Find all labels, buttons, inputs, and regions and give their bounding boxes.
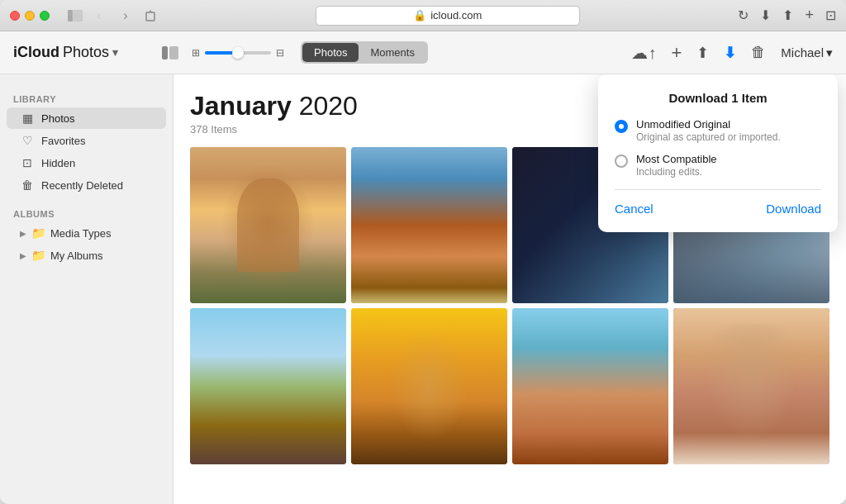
sidebar-item-recently-deleted-label: Recently Deleted bbox=[41, 179, 123, 192]
sidebar-item-my-albums-label: My Albums bbox=[50, 250, 103, 262]
user-chevron: ▾ bbox=[826, 45, 833, 60]
sidebar-item-recently-deleted[interactable]: 🗑 Recently Deleted bbox=[7, 174, 166, 196]
sidebar-item-hidden-label: Hidden bbox=[41, 157, 75, 169]
sidebar-item-media-types-label: Media Types bbox=[50, 227, 111, 240]
user-name: Michael bbox=[781, 45, 824, 59]
app-title: iCloud Photos ▾ bbox=[13, 44, 145, 61]
radio-unmodified-inner bbox=[619, 124, 624, 129]
close-button[interactable] bbox=[10, 11, 20, 21]
title-bar: ‹ › 🔒 icloud.com ↻ ⬇ ⬆ + ⊡ bbox=[0, 0, 846, 31]
albums-section-label: Albums bbox=[0, 209, 173, 219]
sidebar-item-photos[interactable]: ▦ Photos bbox=[7, 107, 166, 129]
radio-compatible[interactable] bbox=[615, 155, 628, 168]
popup-divider bbox=[615, 189, 821, 190]
toolbar-center: ⊞ ⊟ Photos Moments bbox=[145, 41, 631, 64]
svg-rect-0 bbox=[68, 10, 73, 21]
download-button[interactable]: Download bbox=[766, 202, 821, 216]
photo-cell-7[interactable] bbox=[512, 308, 668, 464]
option-compatible-text: Most Compatible Including edits. bbox=[636, 153, 717, 178]
favorites-icon: ♡ bbox=[20, 134, 35, 147]
option-compatible-desc: Including edits. bbox=[636, 166, 717, 178]
popup-option-compatible[interactable]: Most Compatible Including edits. bbox=[615, 153, 821, 178]
back-button[interactable]: ‹ bbox=[88, 7, 111, 25]
option-unmodified-label: Unmodified Original bbox=[636, 118, 781, 131]
svg-rect-4 bbox=[169, 46, 178, 59]
popup-actions: Cancel Download bbox=[615, 202, 821, 216]
browser-tabs-icon[interactable]: ⊡ bbox=[825, 7, 836, 23]
photo-cell-2[interactable] bbox=[351, 147, 507, 303]
sidebar-item-photos-label: Photos bbox=[41, 112, 74, 125]
sidebar-item-media-types[interactable]: ▶ 📁 Media Types bbox=[7, 222, 166, 244]
slider-max-icon: ⊟ bbox=[276, 47, 284, 59]
browser-toolbar-right: ↻ ⬇ ⬆ + ⊡ bbox=[738, 7, 836, 24]
cancel-button[interactable]: Cancel bbox=[615, 202, 654, 216]
svg-rect-3 bbox=[162, 46, 168, 59]
media-types-folder-icon: 📁 bbox=[31, 226, 45, 240]
radio-unmodified[interactable] bbox=[615, 120, 628, 133]
popup-title: Download 1 Item bbox=[615, 91, 821, 105]
download-popup: Download 1 Item Unmodified Original Orig… bbox=[598, 74, 838, 232]
library-section-label: Library bbox=[0, 94, 173, 104]
size-slider[interactable] bbox=[205, 51, 271, 55]
app-title-main: iCloud bbox=[13, 44, 59, 61]
sidebar-toggle-app-icon[interactable] bbox=[159, 44, 182, 62]
view-photos-button[interactable]: Photos bbox=[302, 43, 359, 62]
option-compatible-label: Most Compatible bbox=[636, 153, 717, 165]
year-value: 2020 bbox=[299, 91, 358, 121]
expand-arrow-my-albums: ▶ bbox=[20, 251, 26, 260]
browser-add-icon[interactable]: + bbox=[805, 7, 814, 24]
lock-icon: 🔒 bbox=[413, 9, 426, 21]
toolbar-actions: ☁↑ + ⬆ ⬇ 🗑 Michael ▾ bbox=[631, 42, 833, 64]
app-content: iCloud Photos ▾ ⊞ ⊟ bbox=[0, 31, 846, 504]
trash-sidebar-icon: 🗑 bbox=[20, 178, 35, 192]
photo-area: January 2020 378 Items bbox=[173, 74, 846, 504]
photo-cell-5[interactable] bbox=[190, 308, 346, 464]
browser-download-icon[interactable]: ⬇ bbox=[760, 7, 771, 23]
slider-min-icon: ⊞ bbox=[192, 47, 200, 59]
address-bar[interactable]: 🔒 icloud.com bbox=[316, 6, 580, 26]
forward-button[interactable]: › bbox=[114, 7, 137, 25]
photo-cell-1[interactable] bbox=[190, 147, 346, 303]
my-albums-folder-icon: 📁 bbox=[31, 249, 45, 262]
option-unmodified-desc: Original as captured or imported. bbox=[636, 131, 781, 143]
view-moments-button[interactable]: Moments bbox=[359, 43, 425, 62]
minimize-button[interactable] bbox=[25, 11, 35, 21]
traffic-lights bbox=[10, 11, 50, 21]
hidden-icon: ⊡ bbox=[20, 156, 35, 169]
svg-rect-2 bbox=[146, 12, 154, 21]
address-bar-container: 🔒 icloud.com bbox=[164, 6, 731, 26]
browser-share-icon[interactable]: ⬆ bbox=[782, 7, 793, 23]
sidebar-item-hidden[interactable]: ⊡ Hidden bbox=[7, 152, 166, 174]
option-unmodified-text: Unmodified Original Original as captured… bbox=[636, 118, 781, 143]
sidebar-toggle-icon[interactable] bbox=[66, 7, 84, 25]
month-label: January bbox=[190, 91, 292, 121]
popup-option-unmodified[interactable]: Unmodified Original Original as captured… bbox=[615, 118, 821, 143]
svg-rect-1 bbox=[74, 10, 83, 21]
main-layout: Library ▦ Photos ♡ Favorites ⊡ Hidden 🗑 … bbox=[0, 74, 846, 504]
sidebar-item-favorites-label: Favorites bbox=[41, 135, 85, 147]
maximize-button[interactable] bbox=[40, 11, 50, 21]
browser-window: ‹ › 🔒 icloud.com ↻ ⬇ ⬆ + ⊡ bbox=[0, 0, 846, 504]
nav-controls: ‹ › bbox=[63, 7, 137, 25]
add-photo-icon[interactable]: + bbox=[671, 42, 682, 64]
user-menu[interactable]: Michael ▾ bbox=[781, 45, 833, 60]
photo-cell-8[interactable] bbox=[673, 308, 829, 464]
photo-cell-6[interactable] bbox=[351, 308, 507, 464]
url-text: icloud.com bbox=[430, 9, 482, 21]
size-slider-container: ⊞ ⊟ bbox=[192, 47, 284, 59]
sidebar-item-favorites[interactable]: ♡ Favorites bbox=[7, 130, 166, 151]
view-toggle: Photos Moments bbox=[301, 41, 428, 64]
trash-icon[interactable]: 🗑 bbox=[751, 44, 766, 61]
photos-icon: ▦ bbox=[20, 112, 35, 125]
sidebar: Library ▦ Photos ♡ Favorites ⊡ Hidden 🗑 … bbox=[0, 74, 173, 504]
sidebar-item-my-albums[interactable]: ▶ 📁 My Albums bbox=[7, 245, 166, 266]
icloud-download-icon[interactable]: ⬇ bbox=[724, 44, 736, 62]
icloud-upload-icon[interactable]: ☁↑ bbox=[631, 43, 656, 63]
expand-arrow-media-types: ▶ bbox=[20, 229, 26, 238]
app-toolbar: iCloud Photos ▾ ⊞ ⊟ bbox=[0, 31, 846, 74]
app-title-sub: Photos bbox=[63, 44, 109, 61]
upload-icon[interactable]: ⬆ bbox=[696, 44, 709, 62]
browser-refresh-icon[interactable]: ↻ bbox=[738, 7, 749, 23]
app-title-chevron[interactable]: ▾ bbox=[112, 46, 118, 59]
